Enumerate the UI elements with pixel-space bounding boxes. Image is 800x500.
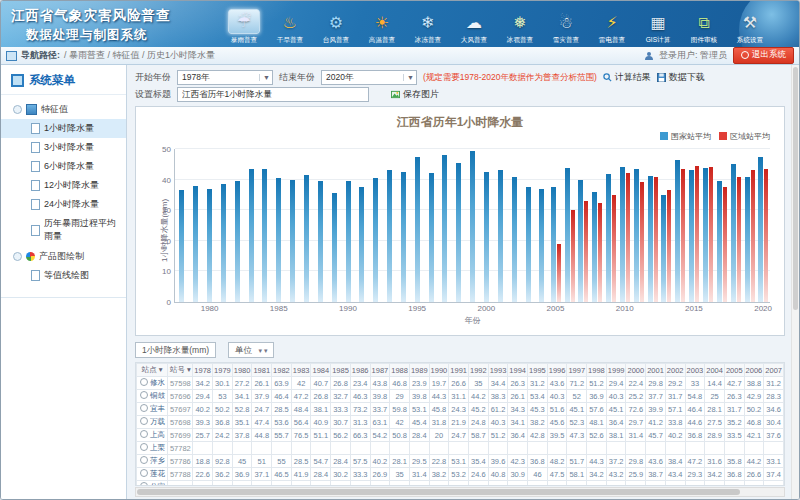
value-cell: 54.8 xyxy=(429,481,449,487)
end-year-select[interactable]: 2020年 ▼ xyxy=(321,70,417,85)
table-row[interactable]: 修水5759834.230.127.226.163.94240.726.823.… xyxy=(137,377,784,390)
value-cell: 52.3 xyxy=(350,481,370,487)
tree-node-0[interactable]: 特征值 xyxy=(1,99,126,119)
tree-leaf-0-1[interactable]: 3小时降水量 xyxy=(1,138,126,157)
start-year-select[interactable]: 1978年 ▼ xyxy=(177,70,273,85)
value-cell: 28.2 xyxy=(724,481,744,487)
dataset-selector[interactable]: 1小时降水量(mm) xyxy=(135,342,216,358)
toolbar-item-drought[interactable]: ♨干旱普查 xyxy=(267,11,313,45)
tree-leaf-0-2[interactable]: 6小时降水量 xyxy=(1,157,126,176)
vertical-scrollbar[interactable] xyxy=(791,65,799,499)
radio-button[interactable] xyxy=(140,456,148,464)
value-cell: 40.8 xyxy=(488,468,508,481)
radio-button[interactable] xyxy=(140,417,148,425)
toolbar-item-map-review[interactable]: ⧉图件审核 xyxy=(681,11,727,45)
exit-system-button[interactable]: 退出系统 xyxy=(733,47,794,64)
station-cell[interactable]: 萍乡 xyxy=(137,455,168,468)
station-cell[interactable]: 万载 xyxy=(137,416,168,429)
table-row[interactable]: 铜鼓5769629.45334.137.946.447.226.832.746.… xyxy=(137,390,784,403)
toolbar-item-settings[interactable]: ⚒系统设置 xyxy=(727,11,773,45)
value-cell: 45.3 xyxy=(528,403,548,416)
radio-button[interactable] xyxy=(140,378,148,386)
value-cell xyxy=(468,442,488,455)
radio-button[interactable] xyxy=(140,469,148,477)
table-row[interactable]: 萍乡5778618.892.845515528.554.728.457.540.… xyxy=(137,455,784,468)
tree-leaf-0-5[interactable]: 历年暴雨过程平均雨量 xyxy=(1,214,126,246)
bar-national-1996 xyxy=(429,173,434,302)
data-table-container[interactable]: 站点 ▾站号 ▾19781979198019811982198319841985… xyxy=(135,362,785,486)
value-cell: 36.9 xyxy=(232,468,252,481)
bar-group-2001 xyxy=(493,149,507,302)
chart-title-input[interactable] xyxy=(177,87,369,102)
toolbar-item-gale[interactable]: ☁大风普查 xyxy=(451,11,497,45)
chevron-down-icon: ▾ ▾ xyxy=(258,347,267,354)
station-name: 上高 xyxy=(150,430,165,439)
value-cell: 24.7 xyxy=(252,403,272,416)
column-header-year: 1993 xyxy=(488,364,508,377)
calculate-button[interactable]: 计算结果 xyxy=(603,71,651,84)
station-cell[interactable]: 铜鼓 xyxy=(137,390,168,403)
column-header-year: 1979 xyxy=(213,364,233,377)
toolbar-item-high-temp[interactable]: ☀高温普查 xyxy=(359,11,405,45)
bar-group-1990 xyxy=(341,149,355,302)
value-cell: 56.2 xyxy=(331,429,351,442)
table-row[interactable]: 上高5769925.724.237.844.855.776.551.156.26… xyxy=(137,429,784,442)
value-cell: 57.5 xyxy=(350,455,370,468)
column-header-station[interactable]: 站点 ▾ xyxy=(137,364,168,377)
value-cell: 53.1 xyxy=(409,403,429,416)
toolbar-item-lightning[interactable]: ⚡雷电普查 xyxy=(589,11,635,45)
table-row[interactable]: 莲花5778822.636.236.937.146.541.928.430.23… xyxy=(137,468,784,481)
radio-button[interactable] xyxy=(140,482,148,486)
radio-button[interactable] xyxy=(140,443,148,451)
unit-filter-dropdown[interactable]: 单位 ▾ ▾ xyxy=(228,342,274,358)
station-cell[interactable]: 莲花 xyxy=(137,468,168,481)
table-row[interactable]: 上栗57782 xyxy=(137,442,784,455)
value-cell: 54.8 xyxy=(685,390,705,403)
toolbar-item-hail[interactable]: ❅冰雹普查 xyxy=(497,11,543,45)
value-cell xyxy=(350,442,370,455)
value-cell: 48.4 xyxy=(291,403,311,416)
station-cell[interactable]: 分宜 xyxy=(137,481,168,487)
radio-button[interactable] xyxy=(140,430,148,438)
x-tick-label: 1985 xyxy=(270,304,288,313)
toolbar-item-snow[interactable]: ☃雪灾普查 xyxy=(543,11,589,45)
station-cell[interactable]: 上栗 xyxy=(137,442,168,455)
radio-button[interactable] xyxy=(140,404,148,412)
horizontal-scrollbar-thumb[interactable] xyxy=(137,489,740,495)
toolbar-item-freeze[interactable]: ❄冰冻普查 xyxy=(405,11,451,45)
value-cell: 43.6 xyxy=(547,377,567,390)
value-cell: 53 xyxy=(213,390,233,403)
column-header-station-id[interactable]: 站号 ▾ xyxy=(168,364,193,377)
bar-national-2018 xyxy=(731,164,736,302)
horizontal-scrollbar[interactable] xyxy=(135,487,785,497)
table-row[interactable]: 分宜5779321.828.578.585.521.446.532.847.85… xyxy=(137,481,784,487)
column-header-year: 1999 xyxy=(606,364,626,377)
value-cell: 25 xyxy=(705,390,725,403)
value-cell: 50.2 xyxy=(213,403,233,416)
station-cell[interactable]: 上高 xyxy=(137,429,168,442)
value-cell xyxy=(311,442,331,455)
bar-group-1999 xyxy=(466,149,480,302)
table-row[interactable]: 宜丰5769740.250.252.824.728.548.438.133.37… xyxy=(137,403,784,416)
toolbar-item-typhoon[interactable]: ⚙台风普查 xyxy=(313,11,359,45)
value-cell: 45.2 xyxy=(468,403,488,416)
download-data-button[interactable]: 数据下载 xyxy=(657,71,705,84)
tree-leaf-0-3[interactable]: 12小时降水量 xyxy=(1,176,126,195)
tree-leaf-1-0[interactable]: 等值线绘图 xyxy=(1,266,126,285)
tree-leaf-0-0[interactable]: 1小时降水量 xyxy=(1,119,126,138)
tree-node-1[interactable]: 产品图绘制 xyxy=(1,246,126,266)
station-cell[interactable]: 宜丰 xyxy=(137,403,168,416)
value-cell: 26.9 xyxy=(370,468,390,481)
toolbar-item-gis-calc[interactable]: ▦GIS计算 xyxy=(635,11,681,45)
tree-leaf-0-4[interactable]: 24小时降水量 xyxy=(1,195,126,214)
table-row[interactable]: 万载5769839.336.835.147.453.656.440.930.73… xyxy=(137,416,784,429)
value-cell: 51.2 xyxy=(488,429,508,442)
radio-button[interactable] xyxy=(140,391,148,399)
station-cell[interactable]: 修水 xyxy=(137,377,168,390)
save-image-button[interactable]: 保存图片 xyxy=(391,88,439,101)
toolbar-item-rainstorm[interactable]: ☔暴雨普查 xyxy=(221,9,267,45)
value-cell: 63.1 xyxy=(370,416,390,429)
station-id-cell: 57782 xyxy=(168,442,193,455)
value-cell: 42.8 xyxy=(528,429,548,442)
vertical-scrollbar-thumb[interactable] xyxy=(793,67,798,310)
